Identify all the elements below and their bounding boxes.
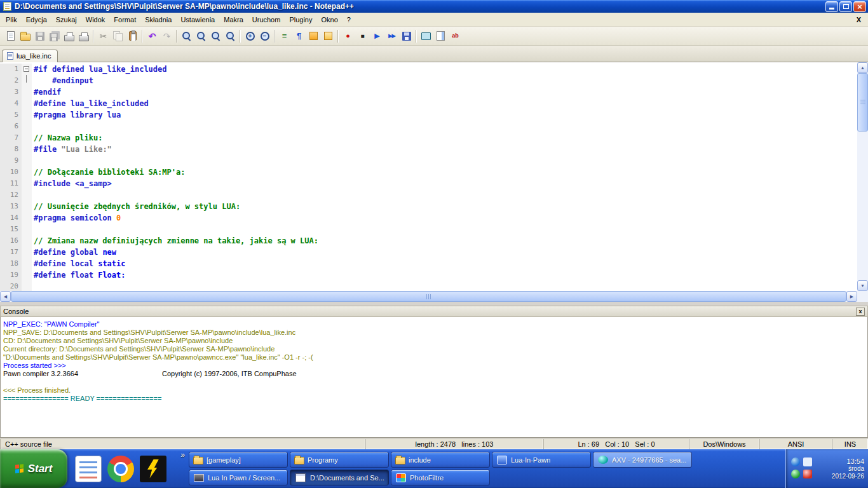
menu-item-szukaj[interactable]: Szukaj	[51, 13, 81, 26]
tray-icon-1[interactable]	[791, 458, 800, 466]
code-line[interactable]	[32, 189, 34, 201]
undo-icon[interactable]: ↶	[145, 29, 159, 43]
menu-item-pluginy[interactable]: Pluginy	[285, 13, 316, 26]
code-token: #define lua_like_included	[34, 99, 149, 108]
open-folder-icon[interactable]	[18, 29, 32, 43]
find-icon[interactable]	[179, 29, 194, 43]
code-line[interactable]: #define lua_like_included	[32, 98, 149, 109]
editor[interactable]: 1#if defined lua_like_included2 #endinpu…	[0, 62, 868, 291]
code-line[interactable]	[32, 281, 34, 291]
zoom-out-icon[interactable]: −	[257, 29, 272, 43]
find-prev-icon[interactable]	[208, 29, 223, 43]
copy-icon[interactable]	[111, 29, 125, 43]
code-line[interactable]: #pragma semicolon 0	[32, 212, 121, 224]
code-line[interactable]: #if defined lua_like_included	[32, 64, 167, 75]
menu-item-widok[interactable]: Widok	[81, 13, 110, 26]
run-macro-multiple-icon[interactable]: ▶▶	[384, 29, 399, 43]
code-line[interactable]: // Dołączanie biblioteki SA:MP'a:	[32, 166, 185, 178]
status-encoding[interactable]: ANSI	[759, 438, 832, 449]
code-line[interactable]: #include <a_samp>	[32, 178, 112, 189]
taskbar-button-lua-in-pawn[interactable]: Lua-In-Pawn	[492, 452, 591, 468]
paste-icon[interactable]	[125, 29, 140, 43]
menu-item-plik[interactable]: Plik	[1, 13, 22, 26]
code-line[interactable]: // Nazwa pliku:	[32, 132, 102, 144]
quick-launch-chrome-icon[interactable]	[107, 456, 134, 482]
indent-guide-icon[interactable]	[306, 29, 321, 43]
status-eol-format[interactable]: Dos\Windows	[689, 438, 759, 449]
quick-launch-app-icon[interactable]	[75, 456, 102, 482]
save-icon[interactable]	[32, 29, 47, 43]
save-all-icon[interactable]	[47, 29, 62, 43]
zoom-in-icon[interactable]: +	[243, 29, 257, 43]
menu-item-makra[interactable]: Makra	[219, 13, 248, 26]
find-next-icon[interactable]	[223, 29, 238, 43]
tray-icon-2[interactable]	[803, 458, 812, 466]
horizontal-scroll-thumb[interactable]	[11, 291, 846, 302]
menu-item-uruchom[interactable]: Uruchom	[248, 13, 285, 26]
scroll-left-button[interactable]	[0, 291, 11, 302]
horizontal-scrollbar[interactable]	[0, 291, 857, 302]
replace-icon[interactable]	[194, 29, 208, 43]
taskbar-button-include[interactable]: include	[391, 452, 490, 468]
taskbar-button-photofiltre[interactable]: PhotoFiltre	[391, 470, 490, 485]
start-record-macro-icon[interactable]: ●	[341, 29, 355, 43]
menu-item-edycja[interactable]: Edycja	[22, 13, 51, 26]
document-map-icon[interactable]	[433, 29, 448, 43]
taskbar-button-axv-24977665-sea[interactable]: AXV - 24977665 - sea...	[593, 452, 692, 468]
console-output[interactable]: NPP_EXEC: "PAWN Compiler"NPP_SAVE: D:\Do…	[0, 317, 868, 438]
new-file-icon[interactable]	[3, 29, 18, 43]
tray-clock[interactable]: 13:54 środa 2012-09-26	[832, 458, 864, 480]
user-define-dialog-icon[interactable]	[321, 29, 336, 43]
tab-lua-like-inc[interactable]: lua_like.inc	[2, 50, 58, 62]
code-line[interactable]: #endif	[32, 86, 61, 98]
menu-item-składnia[interactable]: Składnia	[140, 13, 176, 26]
vertical-scrollbar[interactable]	[857, 62, 868, 291]
tray-icon-3[interactable]	[791, 470, 800, 478]
scroll-right-button[interactable]	[846, 291, 857, 302]
menu-item-okno[interactable]: Okno	[316, 13, 342, 26]
console-close-button[interactable]: x	[856, 308, 865, 316]
scroll-down-button[interactable]	[857, 280, 868, 291]
playback-macro-icon[interactable]: ▶	[370, 29, 384, 43]
scroll-up-button[interactable]	[857, 62, 868, 73]
code-line[interactable]: #pragma library lua	[32, 109, 121, 121]
fold-collapse-icon[interactable]	[24, 66, 29, 72]
redo-icon[interactable]: ↷	[159, 29, 174, 43]
code-line[interactable]	[32, 155, 34, 166]
code-line[interactable]: #define local static	[32, 258, 126, 269]
code-line[interactable]: #file "Lua Like:"	[32, 144, 112, 155]
minimize-button[interactable]	[825, 1, 838, 12]
menu-item-ustawienia[interactable]: Ustawienia	[176, 13, 219, 26]
menu-item-item[interactable]: ?	[342, 13, 355, 26]
print-icon[interactable]	[62, 29, 76, 43]
stop-record-macro-icon[interactable]: ■	[355, 29, 370, 43]
spell-check-icon[interactable]: ab	[448, 29, 463, 43]
save-macro-icon[interactable]	[399, 29, 414, 43]
menu-item-format[interactable]: Format	[109, 13, 140, 26]
show-all-characters-icon[interactable]: ¶	[292, 29, 306, 43]
restore-button[interactable]	[839, 1, 852, 12]
tray-icon-4[interactable]	[803, 470, 812, 478]
quick-launch-lightning-icon[interactable]	[140, 456, 166, 482]
quick-launch-overflow-chevron[interactable]: »	[180, 451, 185, 459]
menu-close-button[interactable]: X	[851, 16, 867, 24]
start-button[interactable]: Start	[0, 449, 67, 488]
code-line[interactable]: // Zmiana nazw definiujących zmienne na …	[32, 235, 318, 247]
code-line[interactable]	[32, 121, 34, 132]
word-wrap-icon[interactable]: ≡	[277, 29, 292, 43]
status-typing-mode[interactable]: INS	[832, 438, 868, 449]
print-now-icon[interactable]	[76, 29, 91, 43]
code-line[interactable]: #endinput	[32, 75, 93, 86]
vertical-scroll-thumb[interactable]	[857, 73, 868, 132]
taskbar-button-lua-in-pawn-screen[interactable]: Lua In Pawn / Screen...	[189, 470, 288, 485]
close-button[interactable]	[853, 1, 866, 12]
code-line[interactable]	[32, 224, 34, 235]
code-line[interactable]: #define float Float:	[32, 269, 126, 281]
cut-icon[interactable]: ✂	[96, 29, 111, 43]
taskbar-button-programy[interactable]: Programy	[290, 452, 389, 468]
monitoring-icon[interactable]	[419, 29, 433, 43]
taskbar-button-gameplay[interactable]: [gameplay]	[189, 452, 288, 468]
code-line[interactable]: // Usunięcie zbędnych średników, w stylu…	[32, 201, 240, 212]
code-line[interactable]: #define global new	[32, 247, 116, 258]
taskbar-button-d-documents-and-se[interactable]: D:\Documents and Se...	[290, 470, 389, 485]
